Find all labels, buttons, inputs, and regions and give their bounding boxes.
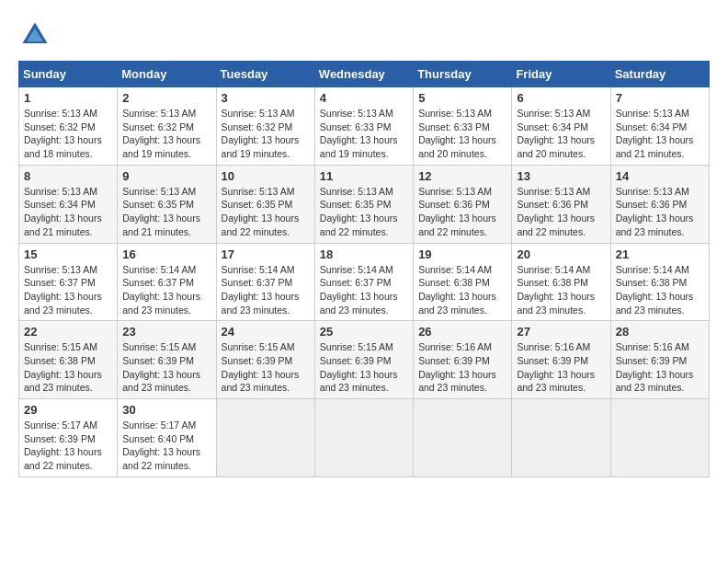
calendar-cell xyxy=(512,399,610,477)
day-info: Sunrise: 5:17 AM Sunset: 6:40 PM Dayligh… xyxy=(122,419,210,473)
calendar-cell: 9 Sunrise: 5:13 AM Sunset: 6:35 PM Dayli… xyxy=(118,165,216,243)
logo xyxy=(18,18,57,52)
calendar-week-1: 1 Sunrise: 5:13 AM Sunset: 6:32 PM Dayli… xyxy=(19,87,710,166)
weekday-header-tuesday: Tuesday xyxy=(216,62,314,87)
day-info: Sunrise: 5:14 AM Sunset: 6:37 PM Dayligh… xyxy=(222,263,310,317)
calendar-cell xyxy=(610,399,709,477)
day-number: 22 xyxy=(24,325,112,339)
day-number: 1 xyxy=(24,91,112,105)
day-info: Sunrise: 5:16 AM Sunset: 6:39 PM Dayligh… xyxy=(418,340,506,395)
logo-icon xyxy=(18,18,51,52)
day-info: Sunrise: 5:13 AM Sunset: 6:36 PM Dayligh… xyxy=(616,185,704,239)
day-number: 21 xyxy=(616,247,704,261)
calendar-cell: 5 Sunrise: 5:13 AM Sunset: 6:33 PM Dayli… xyxy=(414,87,512,166)
calendar-cell: 20 Sunrise: 5:14 AM Sunset: 6:38 PM Dayl… xyxy=(512,243,610,321)
calendar-cell: 15 Sunrise: 5:13 AM Sunset: 6:37 PM Dayl… xyxy=(19,243,118,321)
day-info: Sunrise: 5:13 AM Sunset: 6:36 PM Dayligh… xyxy=(418,185,506,239)
header xyxy=(18,18,710,52)
weekday-header-saturday: Saturday xyxy=(610,62,709,87)
calendar-cell: 8 Sunrise: 5:13 AM Sunset: 6:34 PM Dayli… xyxy=(19,165,118,243)
day-number: 5 xyxy=(418,91,506,105)
day-info: Sunrise: 5:13 AM Sunset: 6:33 PM Dayligh… xyxy=(418,107,506,161)
calendar-cell: 13 Sunrise: 5:13 AM Sunset: 6:36 PM Dayl… xyxy=(512,165,610,243)
day-info: Sunrise: 5:13 AM Sunset: 6:34 PM Dayligh… xyxy=(616,107,704,161)
calendar-cell: 2 Sunrise: 5:13 AM Sunset: 6:32 PM Dayli… xyxy=(118,87,216,166)
calendar-cell: 19 Sunrise: 5:14 AM Sunset: 6:38 PM Dayl… xyxy=(414,243,512,321)
calendar-week-5: 29 Sunrise: 5:17 AM Sunset: 6:39 PM Dayl… xyxy=(19,399,710,477)
day-info: Sunrise: 5:13 AM Sunset: 6:36 PM Dayligh… xyxy=(517,185,605,239)
day-number: 18 xyxy=(320,247,408,261)
day-number: 17 xyxy=(222,247,310,261)
day-info: Sunrise: 5:13 AM Sunset: 6:35 PM Dayligh… xyxy=(122,185,210,239)
weekday-header-sunday: Sunday xyxy=(19,62,118,87)
day-number: 13 xyxy=(517,169,605,183)
day-info: Sunrise: 5:13 AM Sunset: 6:34 PM Dayligh… xyxy=(24,185,112,239)
day-info: Sunrise: 5:14 AM Sunset: 6:38 PM Dayligh… xyxy=(418,263,506,317)
calendar-cell: 21 Sunrise: 5:14 AM Sunset: 6:38 PM Dayl… xyxy=(610,243,709,321)
calendar-cell: 28 Sunrise: 5:16 AM Sunset: 6:39 PM Dayl… xyxy=(610,321,709,399)
day-number: 3 xyxy=(222,91,310,105)
day-number: 2 xyxy=(122,91,210,105)
calendar-cell: 11 Sunrise: 5:13 AM Sunset: 6:35 PM Dayl… xyxy=(314,165,413,243)
day-number: 15 xyxy=(24,247,112,261)
weekday-header-thursday: Thursday xyxy=(414,62,512,87)
calendar-cell: 7 Sunrise: 5:13 AM Sunset: 6:34 PM Dayli… xyxy=(610,87,709,166)
day-number: 24 xyxy=(222,325,310,339)
calendar-cell: 25 Sunrise: 5:15 AM Sunset: 6:39 PM Dayl… xyxy=(314,321,413,399)
day-info: Sunrise: 5:15 AM Sunset: 6:38 PM Dayligh… xyxy=(24,340,112,395)
calendar-cell: 30 Sunrise: 5:17 AM Sunset: 6:40 PM Dayl… xyxy=(118,399,216,477)
day-info: Sunrise: 5:13 AM Sunset: 6:32 PM Dayligh… xyxy=(222,107,310,161)
day-number: 12 xyxy=(418,169,506,183)
calendar-cell xyxy=(216,399,314,477)
calendar-cell: 22 Sunrise: 5:15 AM Sunset: 6:38 PM Dayl… xyxy=(19,321,118,399)
day-number: 4 xyxy=(320,91,408,105)
calendar-cell: 16 Sunrise: 5:14 AM Sunset: 6:37 PM Dayl… xyxy=(118,243,216,321)
day-info: Sunrise: 5:14 AM Sunset: 6:38 PM Dayligh… xyxy=(616,263,704,317)
day-number: 20 xyxy=(517,247,605,261)
day-info: Sunrise: 5:14 AM Sunset: 6:38 PM Dayligh… xyxy=(517,263,605,317)
calendar-week-4: 22 Sunrise: 5:15 AM Sunset: 6:38 PM Dayl… xyxy=(19,321,710,399)
day-info: Sunrise: 5:13 AM Sunset: 6:35 PM Dayligh… xyxy=(320,185,408,239)
calendar-cell xyxy=(314,399,413,477)
day-info: Sunrise: 5:13 AM Sunset: 6:32 PM Dayligh… xyxy=(24,107,112,161)
calendar-header: SundayMondayTuesdayWednesdayThursdayFrid… xyxy=(19,62,710,87)
weekday-header-friday: Friday xyxy=(512,62,610,87)
calendar: SundayMondayTuesdayWednesdayThursdayFrid… xyxy=(18,61,710,477)
day-number: 28 xyxy=(616,325,704,339)
calendar-cell: 14 Sunrise: 5:13 AM Sunset: 6:36 PM Dayl… xyxy=(610,165,709,243)
calendar-cell: 24 Sunrise: 5:15 AM Sunset: 6:39 PM Dayl… xyxy=(216,321,314,399)
day-number: 11 xyxy=(320,169,408,183)
calendar-cell xyxy=(414,399,512,477)
day-info: Sunrise: 5:16 AM Sunset: 6:39 PM Dayligh… xyxy=(517,340,605,395)
calendar-cell: 26 Sunrise: 5:16 AM Sunset: 6:39 PM Dayl… xyxy=(414,321,512,399)
day-number: 7 xyxy=(616,91,704,105)
day-number: 19 xyxy=(418,247,506,261)
day-info: Sunrise: 5:17 AM Sunset: 6:39 PM Dayligh… xyxy=(24,419,112,473)
day-number: 16 xyxy=(122,247,210,261)
calendar-cell: 10 Sunrise: 5:13 AM Sunset: 6:35 PM Dayl… xyxy=(216,165,314,243)
calendar-week-2: 8 Sunrise: 5:13 AM Sunset: 6:34 PM Dayli… xyxy=(19,165,710,243)
day-info: Sunrise: 5:16 AM Sunset: 6:39 PM Dayligh… xyxy=(616,340,704,395)
day-number: 26 xyxy=(418,325,506,339)
day-number: 29 xyxy=(24,403,112,417)
day-info: Sunrise: 5:13 AM Sunset: 6:33 PM Dayligh… xyxy=(320,107,408,161)
day-number: 23 xyxy=(122,325,210,339)
day-number: 9 xyxy=(122,169,210,183)
calendar-cell: 4 Sunrise: 5:13 AM Sunset: 6:33 PM Dayli… xyxy=(314,87,413,166)
day-info: Sunrise: 5:15 AM Sunset: 6:39 PM Dayligh… xyxy=(222,340,310,395)
day-number: 25 xyxy=(320,325,408,339)
calendar-cell: 23 Sunrise: 5:15 AM Sunset: 6:39 PM Dayl… xyxy=(118,321,216,399)
day-info: Sunrise: 5:13 AM Sunset: 6:32 PM Dayligh… xyxy=(122,107,210,161)
weekday-header-wednesday: Wednesday xyxy=(314,62,413,87)
day-info: Sunrise: 5:13 AM Sunset: 6:34 PM Dayligh… xyxy=(517,107,605,161)
day-info: Sunrise: 5:14 AM Sunset: 6:37 PM Dayligh… xyxy=(320,263,408,317)
day-number: 10 xyxy=(222,169,310,183)
day-info: Sunrise: 5:13 AM Sunset: 6:37 PM Dayligh… xyxy=(24,263,112,317)
calendar-week-3: 15 Sunrise: 5:13 AM Sunset: 6:37 PM Dayl… xyxy=(19,243,710,321)
day-info: Sunrise: 5:15 AM Sunset: 6:39 PM Dayligh… xyxy=(122,340,210,395)
weekday-header-monday: Monday xyxy=(118,62,216,87)
day-number: 30 xyxy=(122,403,210,417)
calendar-cell: 12 Sunrise: 5:13 AM Sunset: 6:36 PM Dayl… xyxy=(414,165,512,243)
calendar-cell: 18 Sunrise: 5:14 AM Sunset: 6:37 PM Dayl… xyxy=(314,243,413,321)
calendar-cell: 1 Sunrise: 5:13 AM Sunset: 6:32 PM Dayli… xyxy=(19,87,118,166)
